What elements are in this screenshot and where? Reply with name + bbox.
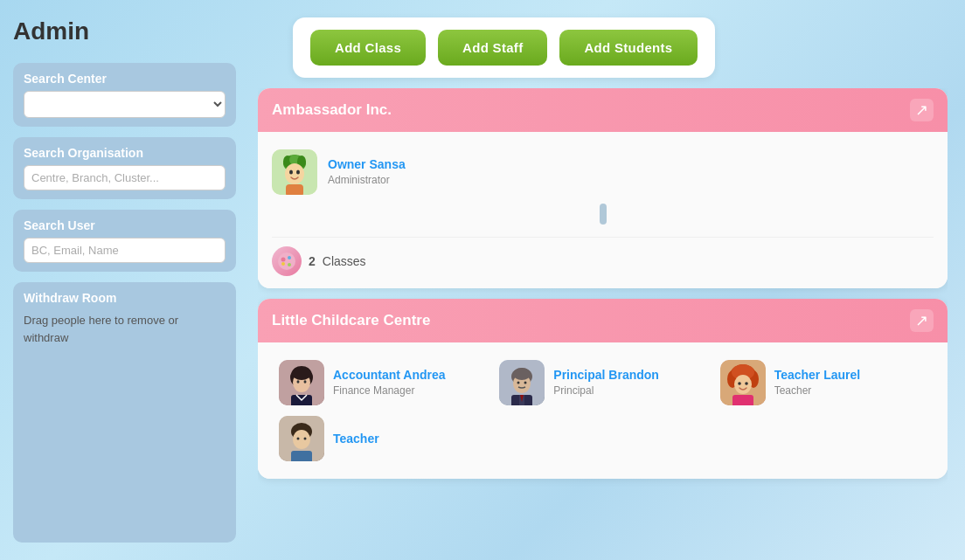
svg-point-6	[289, 170, 293, 175]
org-card-body-ambassador: Owner Sansa Administrator	[258, 132, 948, 288]
add-students-button[interactable]: Add Students	[559, 30, 697, 66]
classes-label-ambassador: Classes	[323, 254, 366, 268]
org-card-little-childcare: Little Childcare Centre ↗	[258, 299, 948, 479]
org-card-header-little-childcare: Little Childcare Centre ↗	[258, 299, 948, 342]
svg-point-40	[293, 430, 310, 449]
export-icon-little-childcare[interactable]: ↗	[910, 309, 934, 332]
svg-point-42	[304, 438, 307, 440]
org-name-little-childcare: Little Childcare Centre	[272, 312, 430, 329]
member-role-principal-brandon: Principal	[553, 384, 594, 397]
svg-point-25	[517, 382, 520, 384]
svg-point-5	[285, 163, 304, 184]
member-name-owner-sansa: Owner Sansa	[328, 157, 406, 171]
avatar-owner-sansa	[272, 149, 317, 195]
member-info-accountant-andrea: Accountant Andrea Finance Manager	[333, 368, 446, 398]
main-content: Add Class Add Staff Add Students Ambassa…	[249, 0, 965, 560]
member-role-accountant-andrea: Finance Manager	[333, 384, 414, 397]
member-info-teacher-bottom: Teacher	[333, 432, 379, 446]
classes-icon-ambassador	[272, 246, 302, 276]
search-center-select[interactable]	[24, 91, 226, 118]
add-class-button[interactable]: Add Class	[310, 30, 426, 66]
member-cell-teacher-bottom: Teacher	[272, 411, 934, 467]
member-cell-accountant-andrea: Accountant Andrea Finance Manager	[272, 355, 492, 411]
scrollbar-indicator	[272, 200, 934, 228]
action-bar: Add Class Add Staff Add Students	[293, 17, 715, 78]
member-info-teacher-laurel: Teacher Laurel Teacher	[774, 368, 861, 398]
org-card-ambassador: Ambassador Inc. ↗	[258, 88, 948, 288]
classes-row-ambassador: 2 Classes	[272, 237, 934, 276]
member-name-teacher-laurel: Teacher Laurel	[774, 368, 861, 382]
scrollbar-dot	[600, 204, 607, 225]
svg-point-11	[288, 256, 291, 259]
avatar-principal-brandon	[499, 360, 545, 405]
svg-point-26	[524, 382, 527, 384]
search-center-label: Search Center	[24, 72, 226, 86]
svg-point-36	[745, 382, 748, 385]
svg-point-12	[288, 263, 291, 266]
avatar-teacher-bottom	[279, 416, 324, 461]
svg-point-24	[513, 368, 531, 380]
svg-point-9	[278, 252, 295, 270]
export-icon-ambassador[interactable]: ↗	[910, 99, 934, 121]
svg-point-34	[734, 375, 752, 394]
svg-point-19	[304, 380, 307, 384]
svg-point-7	[296, 170, 300, 175]
svg-point-10	[281, 258, 286, 262]
member-name-principal-brandon: Principal Brandon	[553, 368, 659, 382]
member-info-owner-sansa: Owner Sansa Administrator	[328, 157, 406, 187]
member-name-teacher-bottom: Teacher	[333, 432, 379, 446]
staff-row-little-childcare-2: Teacher	[272, 411, 934, 467]
search-org-input[interactable]	[24, 165, 226, 190]
org-card-body-little-childcare: Accountant Andrea Finance Manager	[258, 342, 948, 479]
search-org-label: Search Organisation	[24, 146, 226, 160]
avatar-teacher-laurel	[720, 360, 766, 405]
svg-point-13	[281, 262, 285, 266]
page-title: Admin	[13, 17, 236, 45]
withdraw-description: Drag people here to remove or withdraw	[24, 312, 226, 346]
organizations-list: Ambassador Inc. ↗	[258, 88, 948, 543]
withdraw-room-label: Withdraw Room	[24, 291, 226, 305]
member-name-accountant-andrea: Accountant Andrea	[333, 368, 446, 382]
search-user-label: Search User	[24, 218, 226, 232]
member-info-principal-brandon: Principal Brandon Principal	[553, 368, 659, 398]
member-role-teacher-laurel: Teacher	[774, 384, 812, 397]
staff-row-little-childcare: Accountant Andrea Finance Manager	[272, 355, 934, 411]
member-role-owner-sansa: Administrator	[328, 174, 390, 186]
search-org-block: Search Organisation	[13, 137, 236, 199]
classes-count-ambassador: 2	[309, 254, 316, 268]
svg-point-17	[292, 366, 311, 380]
search-user-block: Search User	[13, 210, 236, 272]
add-staff-button[interactable]: Add Staff	[438, 30, 547, 66]
org-card-header-ambassador: Ambassador Inc. ↗	[258, 88, 948, 132]
member-row-owner-sansa: Owner Sansa Administrator	[272, 144, 934, 200]
org-name-ambassador: Ambassador Inc.	[272, 101, 392, 119]
withdraw-room-block[interactable]: Withdraw Room Drag people here to remove…	[13, 282, 236, 543]
svg-rect-37	[732, 395, 753, 405]
avatar-accountant-andrea	[279, 360, 324, 405]
search-user-input[interactable]	[24, 238, 226, 263]
svg-point-35	[738, 382, 741, 385]
member-cell-teacher-laurel: Teacher Laurel Teacher	[713, 355, 934, 411]
member-cell-principal-brandon: Principal Brandon Principal	[492, 355, 712, 411]
sidebar: Admin Search Center Search Organisation …	[0, 0, 249, 560]
svg-rect-43	[291, 451, 312, 461]
search-center-block: Search Center	[13, 63, 236, 127]
svg-rect-8	[286, 184, 303, 195]
svg-point-18	[297, 380, 300, 384]
svg-point-41	[297, 438, 300, 440]
